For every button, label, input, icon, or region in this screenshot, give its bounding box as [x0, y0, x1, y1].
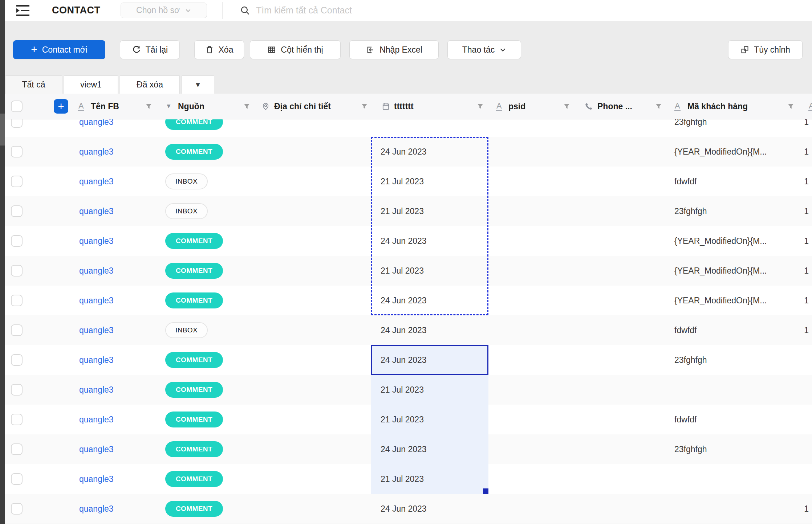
contact-name-link[interactable]: quangle3 — [79, 445, 114, 454]
last-column-value[interactable]: 1 — [804, 147, 809, 157]
import-excel-button[interactable]: Nhập Excel — [349, 40, 439, 59]
customer-code-value[interactable]: 23fghfgh — [674, 355, 707, 365]
date-cell[interactable]: 24 Jun 2023 — [371, 137, 488, 167]
date-cell[interactable]: 21 Jul 2023 — [371, 167, 488, 196]
filter-icon[interactable] — [477, 103, 484, 110]
last-column-value[interactable]: 1 — [804, 326, 809, 335]
column-header-ten-fb[interactable]: Tên FB — [91, 102, 119, 111]
customer-code-value[interactable]: {YEAR_ModifiedOn}{M... — [674, 236, 767, 246]
contact-name-link[interactable]: quangle3 — [79, 415, 114, 425]
source-badge[interactable]: COMMENT — [165, 501, 223, 517]
row-checkbox[interactable] — [11, 176, 23, 187]
tab-more-dropdown[interactable]: ▼ — [182, 75, 214, 94]
reload-button[interactable]: Tải lại — [120, 40, 180, 59]
contact-name-link[interactable]: quangle3 — [79, 385, 114, 395]
customer-code-value[interactable]: {YEAR_ModifiedOn}{M... — [674, 147, 767, 157]
date-cell[interactable]: 24 Jun 2023 — [371, 286, 488, 315]
date-cell[interactable] — [371, 119, 488, 137]
contact-name-link[interactable]: quangle3 — [79, 474, 114, 484]
date-cell[interactable]: 21 Jul 2023 — [371, 405, 488, 434]
delete-button[interactable]: Xóa — [194, 40, 244, 59]
date-cell[interactable]: 21 Jul 2023 — [371, 464, 488, 494]
rail-scroll-thumb[interactable] — [0, 114, 5, 146]
row-checkbox[interactable] — [11, 205, 23, 217]
date-cell[interactable]: 21 Jul 2023 — [371, 196, 488, 226]
source-badge[interactable]: COMMENT — [165, 263, 223, 279]
profile-select-button[interactable]: Chọn hồ sơ — [121, 3, 207, 18]
date-cell[interactable]: 24 Jun 2023 — [371, 494, 488, 524]
column-header-ttttttt[interactable]: ttttttt — [394, 102, 414, 111]
fill-handle[interactable] — [483, 488, 488, 494]
last-column-value[interactable]: 1 — [804, 119, 809, 127]
last-column-value[interactable]: 1 — [804, 296, 809, 306]
contact-name-link[interactable]: quangle3 — [79, 236, 114, 246]
date-cell[interactable]: 21 Jul 2023 — [371, 256, 488, 286]
source-badge[interactable]: COMMENT — [165, 382, 223, 398]
row-checkbox[interactable] — [11, 473, 23, 485]
column-header-ma-khach-hang[interactable]: Mã khách hàng — [687, 102, 748, 111]
actions-button[interactable]: Thao tác — [447, 40, 521, 59]
source-badge[interactable]: COMMENT — [165, 471, 223, 487]
row-checkbox[interactable] — [11, 295, 23, 306]
column-header-nguon[interactable]: Nguồn — [178, 102, 204, 111]
column-header-phone[interactable]: Phone ... — [597, 102, 632, 111]
customer-code-value[interactable]: 23fghfgh — [674, 119, 707, 127]
tab-all[interactable]: Tất cả — [5, 75, 62, 94]
source-badge[interactable]: INBOX — [165, 173, 208, 189]
source-badge[interactable]: COMMENT — [165, 233, 223, 249]
source-badge[interactable]: COMMENT — [165, 352, 223, 368]
expand-row-button[interactable]: + — [54, 99, 68, 114]
customize-button[interactable]: Tùy chỉnh — [728, 40, 803, 59]
customer-code-value[interactable]: fdwfdf — [674, 326, 697, 335]
contact-name-link[interactable]: quangle3 — [79, 355, 114, 365]
source-badge[interactable]: COMMENT — [165, 144, 223, 160]
date-cell[interactable]: 24 Jun 2023 — [371, 315, 488, 345]
date-cell[interactable]: 24 Jun 2023 — [371, 434, 488, 464]
last-column-value[interactable]: 1 — [804, 177, 809, 187]
customer-code-value[interactable]: 23fghfgh — [674, 206, 707, 216]
new-contact-button[interactable]: + Contact mới — [13, 40, 105, 59]
contact-name-link[interactable]: quangle3 — [79, 119, 114, 127]
tab-view1[interactable]: view1 — [64, 75, 118, 94]
source-badge[interactable]: COMMENT — [165, 292, 223, 308]
columns-button[interactable]: Cột hiển thị — [250, 40, 341, 59]
row-checkbox[interactable] — [11, 414, 23, 425]
contact-name-link[interactable]: quangle3 — [79, 147, 114, 157]
column-header-psid[interactable]: psid — [508, 102, 525, 111]
row-checkbox[interactable] — [11, 146, 23, 157]
row-checkbox[interactable] — [11, 265, 23, 277]
tab-deleted[interactable]: Đã xóa — [120, 75, 180, 94]
customer-code-value[interactable]: fdwfdf — [674, 415, 697, 425]
contact-name-link[interactable]: quangle3 — [79, 296, 114, 306]
filter-icon[interactable] — [243, 103, 250, 110]
contact-name-link[interactable]: quangle3 — [79, 177, 114, 187]
contact-name-link[interactable]: quangle3 — [79, 266, 114, 276]
last-column-value[interactable]: 1 — [804, 236, 809, 246]
last-column-value[interactable]: 1 — [804, 206, 809, 216]
row-checkbox[interactable] — [11, 503, 23, 515]
row-checkbox[interactable] — [11, 443, 23, 455]
source-badge[interactable]: INBOX — [165, 322, 208, 338]
contact-name-link[interactable]: quangle3 — [79, 326, 114, 335]
customer-code-value[interactable]: fdwfdf — [674, 177, 697, 187]
source-badge[interactable]: COMMENT — [165, 412, 223, 427]
customer-code-value[interactable]: {YEAR_ModifiedOn}{M... — [674, 296, 767, 306]
source-badge[interactable]: INBOX — [165, 203, 208, 219]
filter-icon[interactable] — [787, 103, 794, 110]
column-header-dia-chi[interactable]: Địa chỉ chi tiết — [274, 102, 331, 111]
date-cell[interactable]: 24 Jun 2023 — [371, 345, 488, 375]
collapse-menu-icon[interactable] — [16, 4, 30, 17]
row-checkbox[interactable] — [11, 324, 23, 336]
last-column-value[interactable]: 1 — [804, 504, 809, 514]
date-cell[interactable]: 21 Jul 2023 — [371, 375, 488, 405]
date-cell[interactable]: 24 Jun 2023 — [371, 226, 488, 256]
filter-icon[interactable] — [563, 103, 570, 110]
filter-icon[interactable] — [145, 103, 152, 110]
source-badge[interactable]: COMMENT — [165, 441, 223, 457]
search-input[interactable] — [255, 5, 460, 16]
row-checkbox[interactable] — [11, 384, 23, 396]
row-checkbox[interactable] — [11, 119, 23, 128]
row-checkbox[interactable] — [11, 354, 23, 366]
row-checkbox[interactable] — [11, 235, 23, 247]
select-all-checkbox[interactable] — [11, 101, 23, 112]
